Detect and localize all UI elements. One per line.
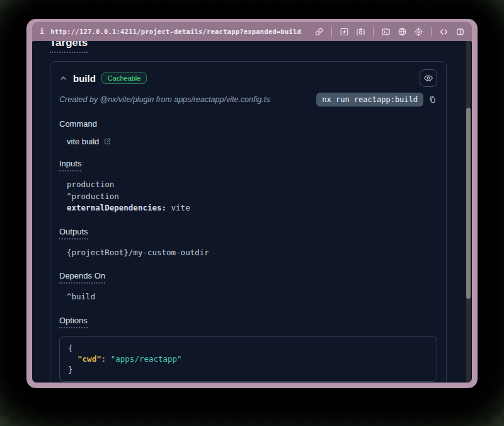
- run-command-group: nx run reactapp:build: [316, 93, 437, 106]
- input-item: externalDependencies: vite: [67, 202, 437, 214]
- chevron-up-icon: [59, 74, 67, 83]
- camera-icon[interactable]: [355, 26, 366, 37]
- split-columns-icon[interactable]: [455, 26, 466, 37]
- code-brace-open: {: [68, 343, 73, 353]
- command-value-link[interactable]: vite build: [67, 137, 112, 146]
- code-separator: :: [101, 354, 111, 364]
- view-target-button[interactable]: [420, 69, 437, 87]
- build-card-header[interactable]: build Cacheable: [59, 69, 437, 87]
- created-by-text: Created by @nx/vite/plugin from apps/rea…: [59, 95, 270, 104]
- code-icon[interactable]: [438, 26, 449, 37]
- terminal-icon[interactable]: [381, 26, 391, 37]
- browser-window: i http://127.0.0.1:4211/project-details/…: [26, 19, 478, 388]
- copy-icon[interactable]: [428, 95, 437, 104]
- toolbar-icon-group: [314, 26, 466, 37]
- run-command-chip[interactable]: nx run reactapp:build: [316, 93, 423, 106]
- url-display: http://127.0.0.1:4211/project-details/re…: [50, 28, 301, 35]
- input-key: externalDependencies:: [67, 203, 166, 212]
- build-target-card: build Cacheable Created by @nx/vite/plug…: [50, 61, 447, 383]
- outputs-list: {projectRoot}/my-custom-outdir: [67, 247, 437, 259]
- external-link-icon: [103, 137, 112, 146]
- code-indent: [68, 354, 77, 364]
- options-code-block: { "cwd": "apps/reactapp" }: [59, 336, 437, 382]
- target-icon[interactable]: [413, 26, 424, 37]
- link-icon[interactable]: [314, 26, 324, 37]
- eye-icon: [423, 73, 433, 83]
- input-value: vite: [166, 203, 190, 212]
- depends-on-list: ^build: [67, 291, 437, 303]
- depends-on-section-label[interactable]: Depends On: [59, 271, 105, 284]
- input-item: ^production: [67, 191, 437, 203]
- build-meta-row: Created by @nx/vite/plugin from apps/rea…: [59, 93, 437, 106]
- project-details-page: Targets build Cacheable Created by @nx/v…: [32, 41, 472, 383]
- globe-icon[interactable]: [397, 26, 408, 37]
- browser-topbar: i http://127.0.0.1:4211/project-details/…: [32, 22, 472, 41]
- command-section-label: Command: [59, 119, 97, 129]
- inputs-list: production ^production externalDependenc…: [67, 179, 437, 214]
- toolbar-separator: [373, 27, 374, 37]
- outputs-section-label[interactable]: Outputs: [59, 227, 88, 239]
- scrollbar-thumb[interactable]: [466, 108, 471, 299]
- output-item: {projectRoot}/my-custom-outdir: [67, 247, 437, 259]
- cacheable-badge: Cacheable: [101, 72, 147, 84]
- code-value: "apps/reactapp": [111, 354, 182, 364]
- command-value: vite build: [67, 137, 99, 146]
- depends-on-item: ^build: [67, 291, 437, 303]
- input-item: production: [67, 179, 437, 191]
- targets-heading[interactable]: Targets: [50, 41, 88, 53]
- code-key: "cwd": [77, 354, 101, 364]
- code-brace-close: }: [68, 365, 73, 374]
- target-name: build: [73, 73, 96, 84]
- toolbar-separator: [331, 27, 332, 37]
- options-section-label[interactable]: Options: [59, 316, 88, 328]
- info-icon[interactable]: i: [40, 27, 44, 36]
- inputs-section-label[interactable]: Inputs: [59, 159, 81, 171]
- download-icon[interactable]: [339, 26, 350, 37]
- toolbar-separator: [431, 27, 432, 37]
- scrollbar-track[interactable]: [466, 41, 471, 383]
